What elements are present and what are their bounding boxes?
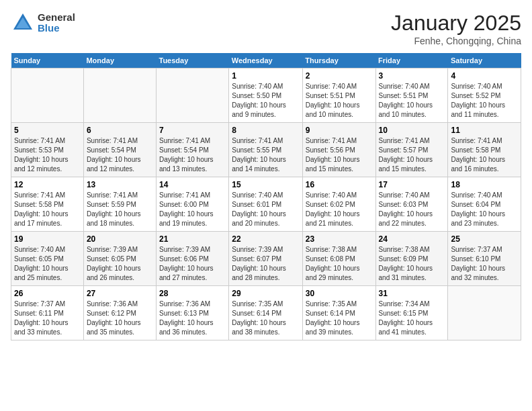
- day-number: 14: [159, 180, 226, 189]
- weekday-header-tuesday: Tuesday: [157, 53, 229, 68]
- day-info: Sunrise: 7:41 AM Sunset: 5:55 PM Dayligh…: [232, 136, 300, 174]
- title-block: January 2025 Fenhe, Chongqing, China: [391, 11, 521, 46]
- table-cell: 25Sunrise: 7:37 AM Sunset: 6:10 PM Dayli…: [448, 232, 521, 286]
- day-info: Sunrise: 7:41 AM Sunset: 5:57 PM Dayligh…: [379, 136, 445, 174]
- logo-general: General: [38, 12, 75, 24]
- weekday-header-saturday: Saturday: [448, 53, 521, 68]
- day-info: Sunrise: 7:41 AM Sunset: 5:56 PM Dayligh…: [306, 136, 373, 174]
- day-number: 25: [451, 234, 518, 244]
- day-info: Sunrise: 7:40 AM Sunset: 6:03 PM Dayligh…: [379, 191, 445, 228]
- day-info: Sunrise: 7:37 AM Sunset: 6:10 PM Dayligh…: [451, 245, 518, 283]
- table-cell: 12Sunrise: 7:41 AM Sunset: 5:58 PM Dayli…: [11, 177, 84, 232]
- table-cell: 13Sunrise: 7:41 AM Sunset: 5:59 PM Dayli…: [83, 177, 156, 232]
- table-cell: 19Sunrise: 7:40 AM Sunset: 6:05 PM Dayli…: [11, 232, 84, 286]
- day-number: 28: [159, 289, 226, 298]
- day-number: 16: [306, 180, 373, 189]
- day-number: 24: [379, 234, 445, 244]
- day-number: 31: [379, 289, 445, 298]
- day-info: Sunrise: 7:41 AM Sunset: 5:59 PM Dayligh…: [87, 191, 153, 228]
- day-info: Sunrise: 7:38 AM Sunset: 6:09 PM Dayligh…: [379, 245, 445, 283]
- day-info: Sunrise: 7:39 AM Sunset: 6:07 PM Dayligh…: [232, 245, 300, 283]
- table-cell: 30Sunrise: 7:35 AM Sunset: 6:14 PM Dayli…: [302, 286, 375, 340]
- table-cell: [11, 68, 84, 123]
- calendar-week-1: 1Sunrise: 7:40 AM Sunset: 5:50 PM Daylig…: [11, 68, 521, 123]
- table-cell: 22Sunrise: 7:39 AM Sunset: 6:07 PM Dayli…: [229, 232, 303, 286]
- day-info: Sunrise: 7:41 AM Sunset: 5:58 PM Dayligh…: [451, 136, 518, 174]
- calendar-week-5: 26Sunrise: 7:37 AM Sunset: 6:11 PM Dayli…: [11, 286, 521, 340]
- table-cell: 11Sunrise: 7:41 AM Sunset: 5:58 PM Dayli…: [448, 123, 521, 177]
- day-info: Sunrise: 7:40 AM Sunset: 5:51 PM Dayligh…: [379, 82, 445, 120]
- day-info: Sunrise: 7:41 AM Sunset: 6:00 PM Dayligh…: [159, 191, 226, 228]
- day-number: 21: [159, 234, 226, 244]
- day-info: Sunrise: 7:40 AM Sunset: 5:50 PM Dayligh…: [232, 82, 300, 120]
- table-cell: 10Sunrise: 7:41 AM Sunset: 5:57 PM Dayli…: [375, 123, 448, 177]
- table-cell: 23Sunrise: 7:38 AM Sunset: 6:08 PM Dayli…: [302, 232, 375, 286]
- day-number: 7: [159, 126, 226, 135]
- logo: General Blue: [11, 11, 75, 35]
- calendar-week-4: 19Sunrise: 7:40 AM Sunset: 6:05 PM Dayli…: [11, 232, 521, 286]
- weekday-header-sunday: Sunday: [11, 53, 84, 68]
- table-cell: [448, 286, 521, 340]
- table-cell: [157, 68, 229, 123]
- logo-text: General Blue: [38, 12, 75, 34]
- weekday-header-thursday: Thursday: [302, 53, 375, 68]
- page-header: General Blue January 2025 Fenhe, Chongqi…: [11, 11, 521, 46]
- day-number: 22: [232, 234, 300, 244]
- day-number: 26: [14, 289, 81, 298]
- table-cell: 21Sunrise: 7:39 AM Sunset: 6:06 PM Dayli…: [157, 232, 229, 286]
- day-info: Sunrise: 7:37 AM Sunset: 6:11 PM Dayligh…: [14, 300, 81, 337]
- day-number: 11: [451, 126, 518, 135]
- day-number: 27: [87, 289, 153, 298]
- day-number: 5: [14, 126, 81, 135]
- day-number: 2: [306, 71, 373, 81]
- day-info: Sunrise: 7:36 AM Sunset: 6:13 PM Dayligh…: [159, 300, 226, 337]
- day-number: 20: [87, 234, 153, 244]
- table-cell: 27Sunrise: 7:36 AM Sunset: 6:12 PM Dayli…: [83, 286, 156, 340]
- day-info: Sunrise: 7:39 AM Sunset: 6:05 PM Dayligh…: [87, 245, 153, 283]
- table-cell: 29Sunrise: 7:35 AM Sunset: 6:14 PM Dayli…: [229, 286, 303, 340]
- day-info: Sunrise: 7:40 AM Sunset: 6:04 PM Dayligh…: [451, 191, 518, 228]
- day-info: Sunrise: 7:35 AM Sunset: 6:14 PM Dayligh…: [306, 300, 373, 337]
- table-cell: 16Sunrise: 7:40 AM Sunset: 6:02 PM Dayli…: [302, 177, 375, 232]
- day-number: 19: [14, 234, 81, 244]
- day-number: 30: [306, 289, 373, 298]
- day-number: 29: [232, 289, 300, 298]
- table-cell: 28Sunrise: 7:36 AM Sunset: 6:13 PM Dayli…: [157, 286, 229, 340]
- day-info: Sunrise: 7:34 AM Sunset: 6:15 PM Dayligh…: [379, 300, 445, 337]
- table-cell: 15Sunrise: 7:40 AM Sunset: 6:01 PM Dayli…: [229, 177, 303, 232]
- table-cell: [83, 68, 156, 123]
- day-number: 13: [87, 180, 153, 189]
- day-info: Sunrise: 7:39 AM Sunset: 6:06 PM Dayligh…: [159, 245, 226, 283]
- day-info: Sunrise: 7:41 AM Sunset: 5:58 PM Dayligh…: [14, 191, 81, 228]
- day-info: Sunrise: 7:38 AM Sunset: 6:08 PM Dayligh…: [306, 245, 373, 283]
- table-cell: 9Sunrise: 7:41 AM Sunset: 5:56 PM Daylig…: [302, 123, 375, 177]
- day-info: Sunrise: 7:41 AM Sunset: 5:54 PM Dayligh…: [159, 136, 226, 174]
- table-cell: 8Sunrise: 7:41 AM Sunset: 5:55 PM Daylig…: [229, 123, 303, 177]
- day-number: 18: [451, 180, 518, 189]
- weekday-header-monday: Monday: [83, 53, 156, 68]
- day-number: 4: [451, 71, 518, 81]
- day-number: 6: [87, 126, 153, 135]
- day-info: Sunrise: 7:41 AM Sunset: 5:53 PM Dayligh…: [14, 136, 81, 174]
- table-cell: 17Sunrise: 7:40 AM Sunset: 6:03 PM Dayli…: [375, 177, 448, 232]
- day-number: 8: [232, 126, 300, 135]
- day-number: 23: [306, 234, 373, 244]
- logo-icon: [11, 11, 35, 35]
- day-number: 17: [379, 180, 445, 189]
- day-info: Sunrise: 7:40 AM Sunset: 6:05 PM Dayligh…: [14, 245, 81, 283]
- day-number: 9: [306, 126, 373, 135]
- table-cell: 20Sunrise: 7:39 AM Sunset: 6:05 PM Dayli…: [83, 232, 156, 286]
- day-info: Sunrise: 7:41 AM Sunset: 5:54 PM Dayligh…: [87, 136, 153, 174]
- table-cell: 5Sunrise: 7:41 AM Sunset: 5:53 PM Daylig…: [11, 123, 84, 177]
- calendar-title: January 2025: [391, 11, 521, 36]
- day-number: 3: [379, 71, 445, 81]
- day-number: 1: [232, 71, 300, 81]
- table-cell: 1Sunrise: 7:40 AM Sunset: 5:50 PM Daylig…: [229, 68, 303, 123]
- table-cell: 6Sunrise: 7:41 AM Sunset: 5:54 PM Daylig…: [83, 123, 156, 177]
- table-cell: 26Sunrise: 7:37 AM Sunset: 6:11 PM Dayli…: [11, 286, 84, 340]
- day-number: 12: [14, 180, 81, 189]
- table-cell: 31Sunrise: 7:34 AM Sunset: 6:15 PM Dayli…: [375, 286, 448, 340]
- day-info: Sunrise: 7:40 AM Sunset: 6:02 PM Dayligh…: [306, 191, 373, 228]
- day-info: Sunrise: 7:40 AM Sunset: 6:01 PM Dayligh…: [232, 191, 300, 228]
- logo-blue: Blue: [38, 23, 75, 34]
